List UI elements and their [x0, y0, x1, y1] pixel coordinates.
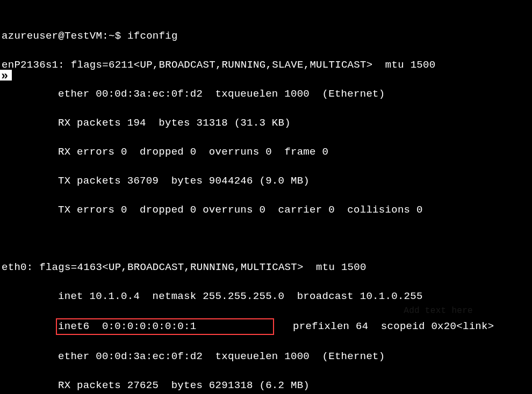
placeholder-ghost-text: Add text here [404, 305, 473, 317]
ipv6-highlight-box: inet6 0:0:0:0:0:0:0:1 [56, 318, 274, 335]
output-line: RX packets 27625 bytes 6291318 (6.2 MB) [2, 378, 530, 393]
output-line: ether 00:0d:3a:ec:0f:d2 txqueuelen 1000 … [2, 87, 530, 101]
output-line-highlighted: inet6 0:0:0:0:0:0:0:1 prefixlen 64 scope… [2, 318, 530, 335]
iface-flags: flags=6211<UP,BROADCAST,RUNNING,SLAVE,MU… [71, 59, 436, 71]
user-host: azureuser@TestVM [2, 30, 102, 42]
output-line: TX errors 0 dropped 0 overruns 0 carrier… [2, 203, 530, 217]
iface-name: eth0 [2, 261, 27, 273]
output-line: ether 00:0d:3a:ec:0f:d2 txqueuelen 1000 … [2, 349, 530, 364]
blank-line [2, 232, 530, 246]
iface-name: enP2136s1 [2, 59, 58, 71]
iface-flags: flags=4163<UP,BROADCAST,RUNNING,MULTICAS… [39, 261, 366, 273]
highlight-suffix: prefixlen 64 scopeid 0x20<link> [274, 320, 494, 332]
prompt-line: azureuser@TestVM:~$ ifconfig [2, 29, 530, 43]
iface-header: eth0: flags=4163<UP,BROADCAST,RUNNING,MU… [2, 260, 530, 275]
terminal-output: azureuser@TestVM:~$ ifconfig enP2136s1: … [0, 0, 532, 394]
iface-header: enP2136s1: flags=6211<UP,BROADCAST,RUNNI… [2, 58, 530, 72]
output-line: RX errors 0 dropped 0 overruns 0 frame 0 [2, 145, 530, 159]
output-line: TX packets 36709 bytes 9044246 (9.0 MB) [2, 174, 530, 188]
command: ifconfig [127, 30, 178, 42]
cwd: ~ [109, 30, 115, 42]
output-line: RX packets 194 bytes 31318 (31.3 KB) [2, 116, 530, 130]
expand-chevrons-icon[interactable] [0, 70, 12, 81]
output-line: inet 10.1.0.4 netmask 255.255.255.0 broa… [2, 289, 530, 304]
